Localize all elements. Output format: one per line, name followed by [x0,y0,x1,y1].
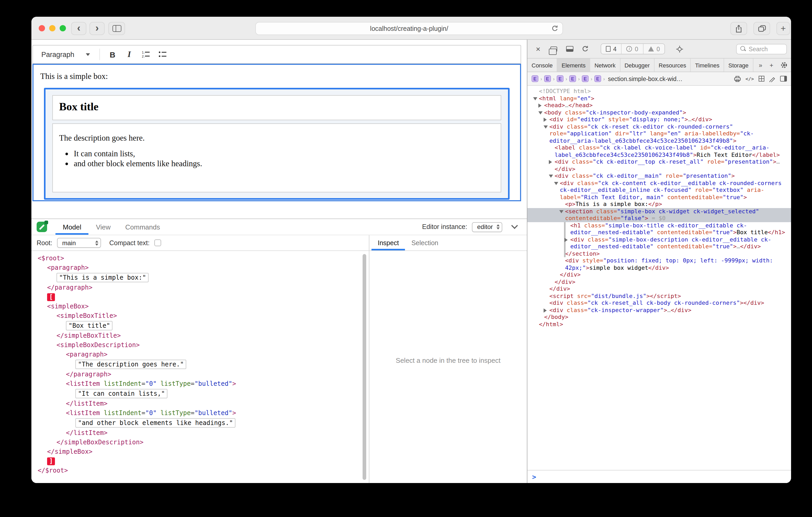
dom-tree-line[interactable]: <div class="ck ck-editor__top ck-reset_a… [527,158,791,173]
edit-icon[interactable] [769,75,775,82]
issue-count-button[interactable]: i 0 [621,44,643,54]
dom-tree-line[interactable]: </section> [527,250,791,257]
dom-tree-line[interactable]: <p>This is a simple box:</p> [527,201,791,208]
model-tree-line[interactable]: ] [31,456,369,466]
model-tree-line[interactable]: </simpleBoxTitle> [31,331,369,340]
dom-tree-line[interactable]: <section class="simple-box ck-widget ck-… [527,208,791,222]
numbered-list-button[interactable]: 1.2. [138,47,154,62]
collapse-arrow-icon[interactable] [533,97,537,100]
print-icon[interactable] [734,75,741,82]
breadcrumb-current-node[interactable]: section.simple-box.ck-wid… [608,75,683,82]
dom-tree-line[interactable]: </div> [527,271,791,278]
model-tree-line[interactable]: </simpleBoxDescription> [31,437,369,447]
tree-scrollbar[interactable] [362,254,366,480]
element-crumb-icon[interactable]: E [531,75,539,82]
dom-tree-line[interactable]: <script src="dist/bundle.js"></script> [527,293,791,300]
inspector-side-tab-inspect[interactable]: Inspect [372,235,405,250]
dom-tree-line[interactable]: <div class="ck ck-editor__main" role="pr… [527,173,791,180]
model-tree-line[interactable]: <simpleBox> [31,302,369,311]
model-tree-line[interactable]: </listItem> [31,428,369,437]
collapse-arrow-icon[interactable] [554,182,558,185]
dom-tree-line[interactable]: <div class="ck ck-content ck-editor__edi… [527,180,791,201]
sidebar-toggle-button[interactable] [108,22,125,35]
minimize-window-button[interactable] [49,25,55,31]
model-tree-line[interactable]: </$root> [31,466,369,475]
simple-box-widget[interactable]: Box title The description goes here. It … [44,88,510,200]
model-tree-line[interactable]: "The description goes here." [31,359,369,370]
collapse-arrow-icon[interactable] [544,125,548,128]
simple-box-title[interactable]: Box title [52,95,501,120]
reload-page-button[interactable] [579,43,592,55]
address-bar[interactable]: localhost/creating-a-plugin/ [255,22,563,35]
simple-box-description[interactable]: The description goes here. It can contai… [52,123,501,192]
devtools-tab-elements[interactable]: Elements [557,59,590,71]
element-crumb-icon[interactable]: E [557,75,563,82]
console-prompt-bar[interactable]: > [527,470,791,483]
editor-instance-select[interactable]: editor [472,222,502,232]
tab-overflow-button[interactable]: » [755,59,766,71]
model-tree-line[interactable]: <simpleBoxDescription> [31,340,369,350]
close-devtools-button[interactable]: × [531,43,545,55]
expand-arrow-icon[interactable] [549,160,552,164]
root-select[interactable]: main [57,238,101,248]
expand-arrow-icon[interactable] [539,103,542,108]
devtools-tab-timelines[interactable]: Timelines [691,59,724,71]
dock-bottom-button[interactable] [563,43,576,55]
zoom-window-button[interactable] [60,25,66,31]
inspector-side-tab-selection[interactable]: Selection [405,235,445,250]
dom-tree-line[interactable]: <html lang="en"> [527,95,791,102]
dom-tree-line[interactable]: <head>…</head> [527,102,791,109]
bulleted-list-button[interactable] [154,47,171,62]
inspector-tab-model[interactable]: Model [55,219,89,235]
paragraph-dropdown[interactable]: Paragraph [36,47,95,62]
back-button[interactable]: ‹ [71,22,86,35]
dom-tree-line[interactable]: <label class="ck ck-label ck-voice-label… [527,144,791,158]
new-tab-button[interactable]: + [776,22,790,35]
dom-tree-line[interactable]: <div id="editor" style="display: none;">… [527,116,791,123]
devtools-tab-network[interactable]: Network [590,59,620,71]
model-tree-line[interactable]: "Box title" [31,321,369,331]
model-tree-line[interactable]: <listItem listIndent="0" listType="bulle… [31,408,369,418]
grid-overlay-icon[interactable] [759,76,764,82]
editor-content[interactable]: This is a simple box: Box title The desc… [32,64,521,201]
model-tree-line[interactable]: <paragraph> [31,350,369,359]
share-button[interactable] [730,22,747,35]
devtools-tab-resources[interactable]: Resources [655,59,691,71]
model-tree-line[interactable]: [ [31,292,369,302]
expand-arrow-icon[interactable] [544,118,547,122]
dom-tree-line[interactable]: <div class="simple-box-description ck-ed… [527,236,791,250]
editor-paragraph[interactable]: This is a simple box: [40,71,514,81]
element-crumb-icon[interactable]: E [594,75,601,82]
dom-tree-line[interactable]: <h1 class="simple-box-title ck-editor__e… [527,222,791,236]
dom-tree-line[interactable]: <div class="ck ck-reset ck-editor ck-rou… [527,123,791,144]
model-tree-line[interactable]: </paragraph> [31,370,369,379]
model-tree-line[interactable]: </paragraph> [31,283,369,292]
expand-arrow-icon[interactable] [564,238,568,242]
dom-tree-line[interactable]: </div> [527,285,791,293]
model-tree-line[interactable]: <$root> [31,253,369,263]
details-sidebar-icon[interactable] [780,76,787,82]
devtools-tab-debugger[interactable]: Debugger [620,59,655,71]
tab-overview-button[interactable] [753,22,770,35]
dom-tree-line[interactable]: <div class="ck-inspector-wrapper">…</div… [527,307,791,314]
devtools-tab-storage[interactable]: Storage [724,59,753,71]
model-tree-line[interactable]: "It can contain lists," [31,388,369,399]
show-source-icon[interactable]: </> [745,76,754,81]
collapse-arrow-icon[interactable] [539,111,543,114]
close-window-button[interactable] [39,25,45,31]
reload-icon[interactable] [551,25,558,33]
warning-count-button[interactable]: 0 [643,44,665,54]
italic-button[interactable]: I [121,47,138,62]
collapse-arrow-icon[interactable] [549,175,553,178]
model-tree-line[interactable]: <simpleBoxTitle> [31,311,369,321]
dom-tree-line[interactable]: <!DOCTYPE html> [527,88,791,95]
model-tree-line[interactable]: </listItem> [31,399,369,408]
dom-tree-line[interactable]: </body> [527,314,791,321]
detach-devtools-button[interactable] [547,43,560,55]
dom-tree-line[interactable]: </div> [527,278,791,285]
element-picker-button[interactable] [673,43,686,55]
model-tree-line[interactable]: "and other block elements like headings.… [31,418,369,428]
bold-button[interactable]: B [104,47,121,62]
inspector-tab-commands[interactable]: Commands [118,219,167,235]
forward-button[interactable]: › [89,22,105,35]
